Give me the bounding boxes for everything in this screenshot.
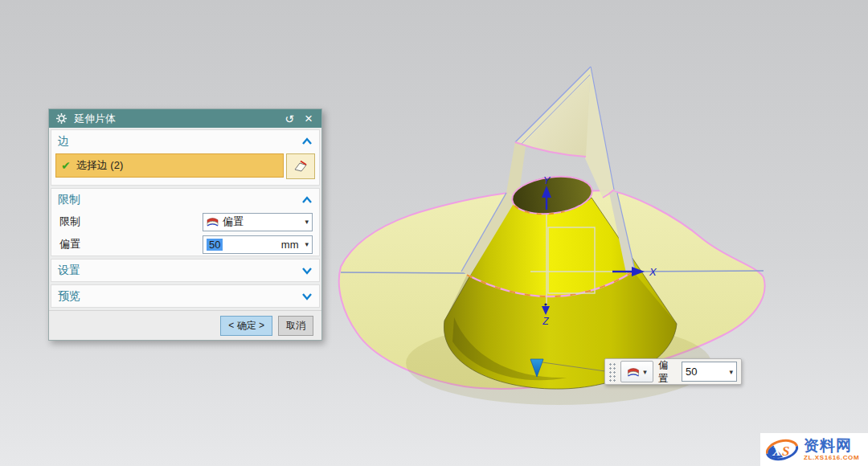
limit-row: 限制 偏置 ▾ xyxy=(51,211,319,233)
chevron-down-icon[interactable]: ▾ xyxy=(305,240,309,248)
chevron-up-icon[interactable] xyxy=(301,196,313,204)
section-preview-header[interactable]: 预览 xyxy=(51,285,319,307)
application-window: Y X Z 延伸片体 ↺ × 边 xyxy=(0,0,868,466)
watermark-name: 资料网 xyxy=(804,438,859,453)
limit-label: 限制 xyxy=(59,215,203,229)
dialog-body: 边 ✔ 选择边 (2) 限制 xyxy=(49,128,321,308)
select-edge-label: 选择边 (2) xyxy=(76,158,124,173)
limit-dropdown-value: 偏置 xyxy=(223,215,244,229)
x-axis-line-left xyxy=(341,272,465,273)
drag-handle[interactable] xyxy=(608,362,616,382)
y-axis-label: Y xyxy=(543,174,551,186)
svg-text:S: S xyxy=(782,444,789,459)
section-limit-title: 限制 xyxy=(58,193,80,207)
section-limit: 限制 限制 偏置 ▾ 偏置 xyxy=(51,188,320,256)
section-edge-title: 边 xyxy=(58,134,69,149)
z-axis: Z xyxy=(542,303,550,327)
extend-sheet-dialog: 延伸片体 ↺ × 边 ✔ 选择边 (2) xyxy=(48,108,322,341)
mini-offset-label: 偏置 xyxy=(658,358,677,386)
section-settings: 设置 xyxy=(51,259,320,282)
watermark: X S 资料网 ZL.XS1616.COM xyxy=(760,433,868,466)
check-icon: ✔ xyxy=(61,159,71,172)
close-icon[interactable]: × xyxy=(302,112,315,125)
dialog-footer: < 确定 > 取消 xyxy=(49,310,321,340)
section-settings-header[interactable]: 设置 xyxy=(51,260,319,281)
svg-text:X: X xyxy=(772,444,782,459)
dialog-title: 延伸片体 xyxy=(74,112,116,126)
cancel-button[interactable]: 取消 xyxy=(278,316,313,336)
sheet-icon xyxy=(293,160,308,173)
gear-icon xyxy=(55,112,68,125)
limit-dropdown[interactable]: 偏置 ▾ xyxy=(203,213,313,231)
ok-button[interactable]: < 确定 > xyxy=(220,316,272,336)
section-edge-header[interactable]: 边 xyxy=(51,130,319,152)
mini-offset-input[interactable] xyxy=(682,366,726,378)
x-axis-label: X xyxy=(649,266,657,278)
chevron-down-icon[interactable] xyxy=(301,267,313,275)
offset-icon xyxy=(627,366,640,378)
mini-offset-field: ▾ xyxy=(682,362,737,382)
section-edge: 边 ✔ 选择边 (2) xyxy=(51,129,320,186)
select-edge-field[interactable]: ✔ 选择边 (2) xyxy=(55,153,284,178)
reset-icon[interactable]: ↺ xyxy=(283,112,296,125)
watermark-url: ZL.XS1616.COM xyxy=(804,455,859,461)
z-axis-label: Z xyxy=(542,316,549,327)
extension-sail xyxy=(515,67,591,157)
offset-value[interactable]: 50 xyxy=(207,239,223,251)
chevron-down-icon[interactable]: ▾ xyxy=(726,368,736,376)
sheet-select-button[interactable] xyxy=(286,153,315,179)
offset-label: 偏置 xyxy=(59,237,203,251)
chevron-up-icon[interactable] xyxy=(301,137,313,145)
edge-select-row: ✔ 选择边 (2) xyxy=(51,152,319,185)
mini-toolbar: ▾ 偏置 ▾ xyxy=(604,358,742,385)
mini-limit-dropdown[interactable]: ▾ xyxy=(620,361,654,382)
section-preview-title: 预览 xyxy=(58,289,80,304)
offset-input[interactable]: 50 mm ▾ xyxy=(203,235,313,254)
offset-row: 偏置 50 mm ▾ xyxy=(51,233,319,255)
chevron-down-icon[interactable] xyxy=(301,292,313,300)
section-preview: 预览 xyxy=(51,284,320,308)
chevron-down-icon[interactable]: ▾ xyxy=(305,218,309,226)
offset-icon xyxy=(207,216,219,227)
section-settings-title: 设置 xyxy=(58,264,80,278)
dialog-titlebar[interactable]: 延伸片体 ↺ × xyxy=(49,109,321,128)
chevron-down-icon[interactable]: ▾ xyxy=(643,368,647,376)
section-limit-header[interactable]: 限制 xyxy=(51,189,319,211)
xs-logo: X S xyxy=(764,436,800,464)
offset-unit: mm xyxy=(281,239,299,251)
